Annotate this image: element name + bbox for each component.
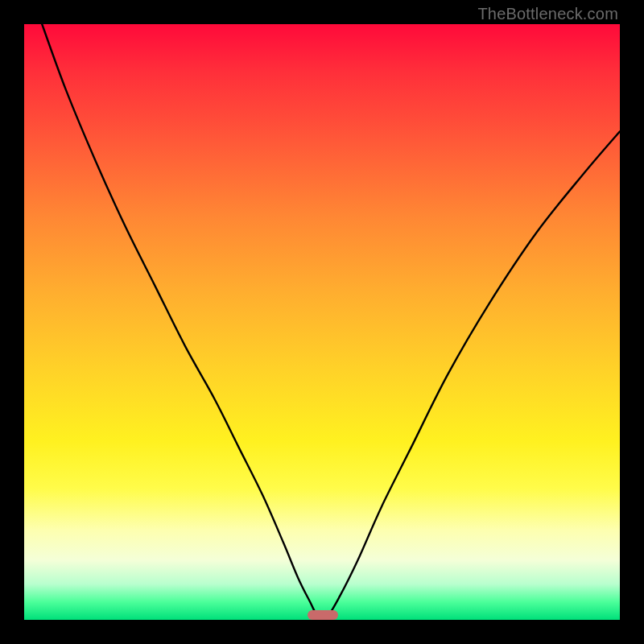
minimum-marker xyxy=(308,610,339,620)
curve-svg xyxy=(24,24,620,620)
chart-frame: TheBottleneck.com xyxy=(0,0,644,644)
plot-area xyxy=(24,24,620,620)
bottleneck-curve xyxy=(42,24,620,620)
watermark-text: TheBottleneck.com xyxy=(477,5,618,23)
